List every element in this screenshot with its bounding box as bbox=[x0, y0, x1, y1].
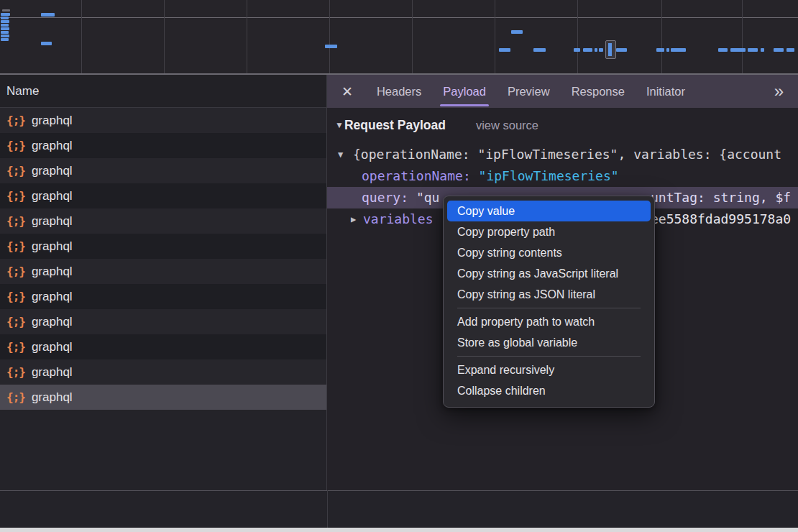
timeline-request-bar bbox=[761, 48, 764, 52]
overview-gridline bbox=[247, 0, 247, 73]
menu-item-collapse-children[interactable]: Collapse children bbox=[447, 380, 651, 401]
timeline-request-bar bbox=[1, 24, 9, 27]
network-request-row[interactable]: {;}graphql bbox=[0, 284, 326, 309]
fetch-request-icon: {;} bbox=[6, 265, 25, 278]
timeline-request-bar bbox=[2, 9, 10, 12]
menu-item-copy-string-as-json-literal[interactable]: Copy string as JSON literal bbox=[447, 284, 651, 305]
footer-area bbox=[0, 491, 798, 528]
timeline-request-bar bbox=[595, 48, 597, 52]
column-header-name[interactable]: Name bbox=[0, 75, 326, 108]
network-request-row[interactable]: {;}graphql bbox=[0, 183, 326, 208]
tab-preview[interactable]: Preview bbox=[508, 75, 550, 108]
overview-gridline bbox=[495, 0, 495, 73]
property-key: operationName: bbox=[362, 168, 471, 183]
network-overview-timeline[interactable] bbox=[0, 0, 798, 75]
fetch-request-icon: {;} bbox=[6, 189, 25, 203]
menu-separator bbox=[457, 308, 641, 308]
menu-item-store-as-global-variable[interactable]: Store as global variable bbox=[447, 332, 651, 353]
overview-gridline bbox=[81, 0, 82, 73]
fetch-request-icon: {;} bbox=[6, 390, 25, 404]
variables-preview-right: ee5588fdad995178a0 bbox=[651, 208, 791, 230]
timeline-request-bar bbox=[1, 31, 9, 34]
timeline-request-bar bbox=[671, 48, 686, 52]
panel-divider[interactable] bbox=[327, 490, 328, 528]
more-tabs-icon[interactable]: » bbox=[774, 83, 798, 100]
network-request-row[interactable]: {;}graphql bbox=[0, 259, 326, 284]
collapsed-triangle-icon[interactable]: ▶ bbox=[351, 208, 356, 230]
request-name-label: graphql bbox=[32, 139, 73, 153]
menu-item-copy-value[interactable]: Copy value bbox=[447, 201, 651, 221]
timeline-request-bar bbox=[730, 48, 746, 52]
tab-headers[interactable]: Headers bbox=[377, 75, 421, 108]
overview-gridline bbox=[742, 0, 743, 73]
fetch-request-icon: {;} bbox=[6, 239, 25, 253]
fetch-request-icon: {;} bbox=[6, 340, 25, 354]
fetch-request-icon: {;} bbox=[6, 214, 25, 228]
tree-row-operationname[interactable]: operationName: "ipFlowTimeseries" bbox=[327, 165, 798, 187]
timeline-request-bar bbox=[786, 48, 794, 52]
view-source-link[interactable]: view source bbox=[476, 119, 538, 132]
tab-initiator[interactable]: Initiator bbox=[646, 75, 685, 108]
overview-gridline bbox=[577, 0, 578, 73]
property-value-left: "qu bbox=[416, 190, 440, 205]
request-name-label: graphql bbox=[32, 365, 73, 380]
timeline-request-bar bbox=[583, 48, 592, 52]
request-name-label: graphql bbox=[32, 114, 73, 128]
request-name-label: graphql bbox=[32, 214, 73, 229]
network-request-row[interactable]: {;}graphql bbox=[0, 158, 326, 183]
timeline-request-bar bbox=[1, 17, 9, 19]
menu-item-add-property-path-to-watch[interactable]: Add property path to watch bbox=[447, 311, 651, 332]
timeline-request-bar bbox=[41, 13, 55, 17]
property-value-right: untTag: string, $f bbox=[651, 187, 791, 208]
menu-item-copy-string-contents[interactable]: Copy string contents bbox=[447, 242, 651, 263]
network-request-row[interactable]: {;}graphql bbox=[0, 334, 326, 359]
network-request-row[interactable]: {;}graphql bbox=[0, 359, 326, 385]
overview-gridline bbox=[661, 0, 662, 73]
timeline-request-bar bbox=[616, 48, 627, 52]
section-title: Request Payload bbox=[344, 118, 446, 133]
request-name-label: graphql bbox=[32, 265, 73, 279]
context-menu: Copy valueCopy property pathCopy string … bbox=[443, 196, 655, 408]
menu-item-copy-string-as-javascript-literal[interactable]: Copy string as JavaScript literal bbox=[447, 263, 651, 284]
timeline-request-bar bbox=[1, 13, 10, 16]
request-name-label: graphql bbox=[32, 189, 73, 203]
fetch-request-icon: {;} bbox=[6, 365, 25, 379]
request-rows: {;}graphql{;}graphql{;}graphql{;}graphql… bbox=[0, 108, 326, 410]
overview-gridline bbox=[329, 0, 330, 73]
tab-response[interactable]: Response bbox=[572, 75, 625, 108]
request-name-label: graphql bbox=[32, 340, 73, 354]
timeline-request-bar bbox=[499, 48, 510, 52]
timeline-request-bar bbox=[1, 27, 9, 30]
tab-payload[interactable]: Payload bbox=[443, 75, 486, 108]
menu-item-copy-property-path[interactable]: Copy property path bbox=[447, 221, 651, 242]
fetch-request-icon: {;} bbox=[6, 315, 25, 329]
timeline-request-bar bbox=[748, 48, 758, 52]
menu-item-expand-recursively[interactable]: Expand recursively bbox=[447, 359, 651, 380]
request-name-label: graphql bbox=[32, 390, 73, 405]
timeline-request-bar bbox=[41, 42, 52, 45]
network-request-row[interactable]: {;}graphql bbox=[0, 309, 326, 334]
timeline-request-bar bbox=[533, 48, 546, 52]
close-icon[interactable]: ✕ bbox=[341, 85, 353, 98]
network-request-row[interactable]: {;}graphql bbox=[0, 208, 326, 234]
tree-row-root-object[interactable]: ▼ {operationName: "ipFlowTimeseries", va… bbox=[327, 144, 798, 165]
menu-separator bbox=[457, 356, 641, 357]
network-request-row[interactable]: {;}graphql bbox=[0, 108, 326, 133]
overview-gridline bbox=[0, 17, 798, 18]
property-key: variables bbox=[363, 211, 434, 226]
request-name-label: graphql bbox=[32, 315, 73, 329]
collapse-section-triangle-icon[interactable]: ▼ bbox=[335, 120, 344, 130]
timeline-request-bar bbox=[1, 35, 9, 37]
timeline-request-bar bbox=[1, 20, 9, 23]
request-list-panel: Name {;}graphql{;}graphql{;}graphql{;}gr… bbox=[0, 75, 327, 532]
expanded-triangle-icon[interactable]: ▼ bbox=[338, 144, 343, 165]
request-name-label: graphql bbox=[32, 239, 73, 254]
fetch-request-icon: {;} bbox=[6, 164, 25, 178]
network-request-row[interactable]: {;}graphql bbox=[0, 234, 326, 259]
network-request-row[interactable]: {;}graphql bbox=[0, 385, 326, 410]
request-name-label: graphql bbox=[32, 290, 73, 304]
overview-gridline bbox=[412, 0, 413, 73]
timeline-request-bar bbox=[511, 30, 523, 34]
overview-gridline bbox=[164, 0, 165, 73]
network-request-row[interactable]: {;}graphql bbox=[0, 133, 326, 158]
